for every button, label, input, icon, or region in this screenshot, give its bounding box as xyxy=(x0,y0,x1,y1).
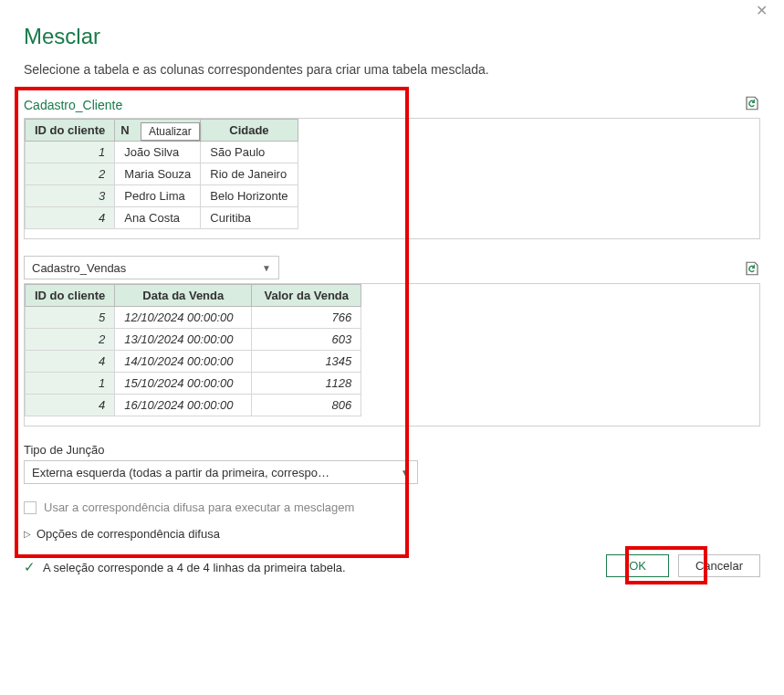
table-row: 512/10/2024 00:00:00766 xyxy=(26,307,361,329)
primary-table-name: Cadastro_Cliente xyxy=(24,96,122,114)
table-row: 414/10/2024 00:00:001345 xyxy=(26,351,361,373)
join-kind-dropdown[interactable]: Externa esquerda (todas a partir da prim… xyxy=(24,460,418,484)
dialog-subtitle: Selecione a tabela e as colunas correspo… xyxy=(24,62,760,77)
col-header[interactable]: Cidade xyxy=(201,120,298,142)
checkmark-icon: ✓ xyxy=(24,559,36,575)
table-row: 213/10/2024 00:00:00603 xyxy=(26,329,361,351)
checkbox-icon xyxy=(24,501,37,514)
join-kind-selected: Externa esquerda (todas a partir da prim… xyxy=(32,466,395,479)
chevron-down-icon: ▼ xyxy=(262,263,271,273)
tooltip-atualizar: Atualizar xyxy=(141,122,200,141)
join-kind-label: Tipo de Junção xyxy=(24,443,760,457)
refresh-icon[interactable] xyxy=(744,95,760,114)
table-row: 2Maria SouzaRio de Janeiro xyxy=(26,163,298,185)
refresh-icon[interactable] xyxy=(744,260,760,279)
primary-table-preview[interactable]: Atualizar ID do cliente N Cidade 1João S… xyxy=(24,118,760,239)
fuzzy-options-expander[interactable]: ▷ Opções de correspondência difusa xyxy=(24,527,760,541)
table-row: 3Pedro LimaBelo Horizonte xyxy=(26,185,298,207)
table-row: 1João SilvaSão Paulo xyxy=(26,142,298,163)
table-row: 4Ana CostaCuritiba xyxy=(26,207,298,229)
close-icon[interactable]: ✕ xyxy=(756,4,768,18)
ok-button[interactable]: OK xyxy=(606,554,669,577)
col-header[interactable]: Valor da Venda xyxy=(252,285,361,307)
dialog-title: Mesclar xyxy=(24,24,760,49)
chevron-down-icon: ▼ xyxy=(401,468,410,478)
table-row: 115/10/2024 00:00:001128 xyxy=(26,373,361,395)
cancel-button[interactable]: Cancelar xyxy=(678,554,760,577)
table-row: 416/10/2024 00:00:00806 xyxy=(26,395,361,416)
fuzzy-match-checkbox[interactable]: Usar a correspondência difusa para execu… xyxy=(24,500,760,514)
chevron-right-icon: ▷ xyxy=(24,529,31,539)
col-header[interactable]: ID do cliente xyxy=(26,120,115,142)
secondary-table-name: Cadastro_Vendas xyxy=(32,261,126,275)
col-header[interactable]: ID do cliente xyxy=(26,285,115,307)
secondary-table-preview[interactable]: ID do cliente Data da Venda Valor da Ven… xyxy=(24,283,760,426)
col-header[interactable]: Data da Venda xyxy=(115,285,252,307)
secondary-table-dropdown[interactable]: Cadastro_Vendas ▼ xyxy=(24,256,279,279)
